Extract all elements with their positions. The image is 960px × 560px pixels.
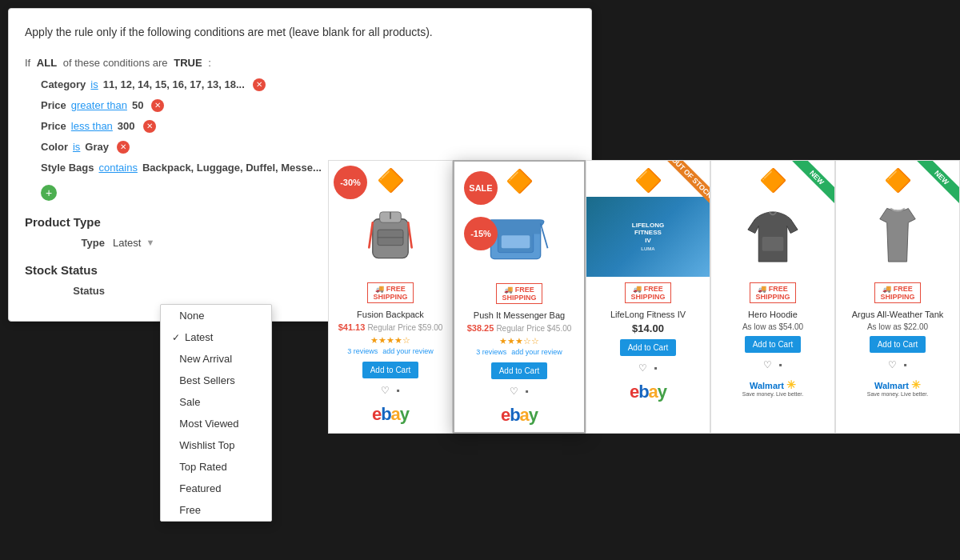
compare-icon[interactable]: ▪ <box>903 359 906 370</box>
add-to-cart-button[interactable]: Add to Cart <box>745 336 802 353</box>
dropdown-item[interactable]: Top Rated <box>161 456 271 478</box>
free-shipping-label: 🚚 FREESHIPPING <box>367 282 413 303</box>
product-cards-container: -30% 🔶 🚚 FREESHIPPING Fusion Backpack $4… <box>328 160 952 434</box>
sale-label: SALE <box>469 183 492 193</box>
card-actions: ♡ ▪ <box>711 356 834 374</box>
dropdown-item[interactable]: Free <box>161 499 271 521</box>
add-review-link[interactable]: add your review <box>511 348 562 356</box>
dropdown-item[interactable]: Best Sellers <box>161 370 271 391</box>
remove-condition-button[interactable]: ✕ <box>253 78 266 91</box>
condition-value: 50 <box>132 99 143 111</box>
condition-operator[interactable]: is <box>73 141 80 153</box>
walmart-text: Walmart <box>874 381 909 390</box>
dropdown-item-label: Free <box>179 504 201 516</box>
wishlist-icon[interactable]: ♡ <box>763 359 772 370</box>
dropdown-arrow-icon[interactable]: ▼ <box>146 238 154 247</box>
condition-row: Price greater than 50 ✕ <box>25 99 575 112</box>
svg-line-10 <box>541 223 548 248</box>
dropdown-item[interactable]: Wishlist Top <box>161 434 271 456</box>
check-icon <box>172 440 174 451</box>
condition-operator[interactable]: less than <box>71 120 113 132</box>
condition-operator[interactable]: greater than <box>71 99 127 111</box>
walmart-logo: Walmart ✳ Save money. Live better. <box>836 374 959 403</box>
product-name: Argus All-Weather Tank <box>836 306 959 321</box>
product-price: As low as $54.00 <box>711 321 834 333</box>
ribbon-badge: NEW <box>778 161 834 217</box>
wishlist-icon[interactable]: ♡ <box>888 359 897 370</box>
walmart-spark-icon: ✳ <box>786 378 796 391</box>
add-to-cart-button[interactable]: Add to Cart <box>491 362 548 379</box>
condition-label: Category <box>41 78 86 90</box>
condition-row: Color is Gray ✕ <box>25 141 575 154</box>
discount-badge: -15% <box>464 217 498 250</box>
remove-condition-button[interactable]: ✕ <box>143 120 156 133</box>
walmart-wordmark: Walmart ✳ <box>711 378 834 391</box>
condition-operator[interactable]: is <box>90 78 98 90</box>
compare-icon[interactable]: ▪ <box>778 359 782 370</box>
product-image <box>329 197 452 277</box>
product-price: $14.00 <box>586 321 710 336</box>
check-icon: ✓ <box>172 332 180 343</box>
product-name: Fusion Backpack <box>329 306 452 321</box>
walmart-spark-icon: ✳ <box>911 378 921 391</box>
add-condition-button[interactable]: + <box>41 185 57 201</box>
free-shipping-label: 🚚 FREESHIPPING <box>496 283 542 304</box>
card-actions: ♡ ▪ <box>836 356 959 374</box>
ribbon-badge: NEW <box>903 161 959 217</box>
remove-condition-button[interactable]: ✕ <box>117 141 130 154</box>
if-prefix: If <box>25 57 30 69</box>
wishlist-icon[interactable]: ♡ <box>510 386 518 397</box>
card-actions: ♡ ▪ <box>329 382 452 399</box>
walmart-text: Walmart <box>750 381 784 390</box>
type-value: Latest <box>113 237 141 249</box>
walmart-tagline: Save money. Live better. <box>836 391 959 397</box>
product-card: SALE -15% 🔶 🚚 FREESHIPPING Push It Messe… <box>453 160 586 434</box>
compare-icon[interactable]: ▪ <box>396 385 399 396</box>
dropdown-item[interactable]: Most Viewed <box>161 413 271 434</box>
conditions-header: If ALL of these conditions are TRUE : <box>25 57 575 69</box>
colon: : <box>208 57 211 69</box>
type-dropdown[interactable]: None✓Latest New Arrival Best Sellers Sal… <box>160 304 272 522</box>
discount-badge: -30% <box>329 161 372 204</box>
wishlist-icon[interactable]: ♡ <box>638 362 647 374</box>
product-price: As low as $22.00 <box>836 321 959 333</box>
check-icon <box>172 505 174 516</box>
free-shipping-badge: 🚚 FREESHIPPING <box>836 277 959 306</box>
ebay-wordmark: ebay <box>454 405 584 426</box>
discount-circle: -30% <box>334 166 367 199</box>
dropdown-item-label: None <box>179 310 204 322</box>
check-icon <box>172 483 174 494</box>
dropdown-item[interactable]: None <box>161 305 271 326</box>
dropdown-item[interactable]: Sale <box>161 391 271 413</box>
product-card: NEW 🔶 🚚 FREESHIPPING Hero Hoodie As low … <box>710 160 835 434</box>
compare-icon[interactable]: ▪ <box>654 362 657 374</box>
dropdown-item-label: Featured <box>179 482 221 494</box>
ribbon-text: NEW <box>915 161 959 204</box>
review-count[interactable]: 3 reviews <box>476 348 506 356</box>
add-to-cart-button[interactable]: Add to Cart <box>870 336 926 353</box>
product-rating: ★★★★☆ <box>329 334 452 347</box>
remove-condition-button[interactable]: ✕ <box>151 99 164 112</box>
ebay-logo: ebay <box>329 399 452 431</box>
dropdown-item[interactable]: ✓Latest <box>161 326 271 348</box>
ribbon-text: NEW <box>790 161 834 204</box>
add-to-cart-button[interactable]: Add to Cart <box>620 339 677 356</box>
wishlist-icon[interactable]: ♡ <box>381 385 390 396</box>
product-price: $38.25 Regular Price $45.00 <box>454 322 584 334</box>
product-rating: ★★★☆☆ <box>454 334 584 348</box>
free-shipping-badge: 🚚 FREESHIPPING <box>711 277 834 306</box>
magento-icon: 🔶 <box>506 168 534 194</box>
add-to-cart-button[interactable]: Add to Cart <box>362 362 419 378</box>
condition-operator[interactable]: contains <box>98 162 137 174</box>
free-shipping-badge: 🚚 FREESHIPPING <box>454 278 584 307</box>
free-shipping-badge: 🚚 FREESHIPPING <box>329 277 452 306</box>
add-review-link[interactable]: add your review <box>382 347 434 355</box>
product-name: LifeLong Fitness IV <box>586 306 710 321</box>
check-icon <box>172 375 174 386</box>
dropdown-item[interactable]: New Arrival <box>161 348 271 370</box>
dropdown-item[interactable]: Featured <box>161 478 271 499</box>
free-shipping-label: 🚚 FREESHIPPING <box>625 282 670 303</box>
dropdown-item-label: Sale <box>179 396 200 408</box>
compare-icon[interactable]: ▪ <box>525 386 528 397</box>
review-count[interactable]: 3 reviews <box>347 347 378 355</box>
